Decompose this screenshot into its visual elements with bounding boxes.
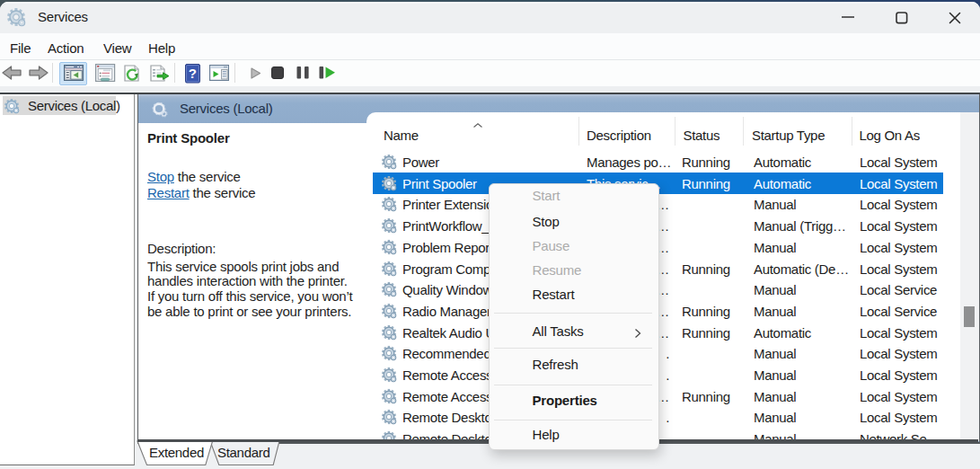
svg-text:Standard: Standard — [217, 445, 269, 460]
svg-text:?: ? — [189, 66, 197, 81]
svg-text:Extended: Extended — [149, 445, 204, 460]
